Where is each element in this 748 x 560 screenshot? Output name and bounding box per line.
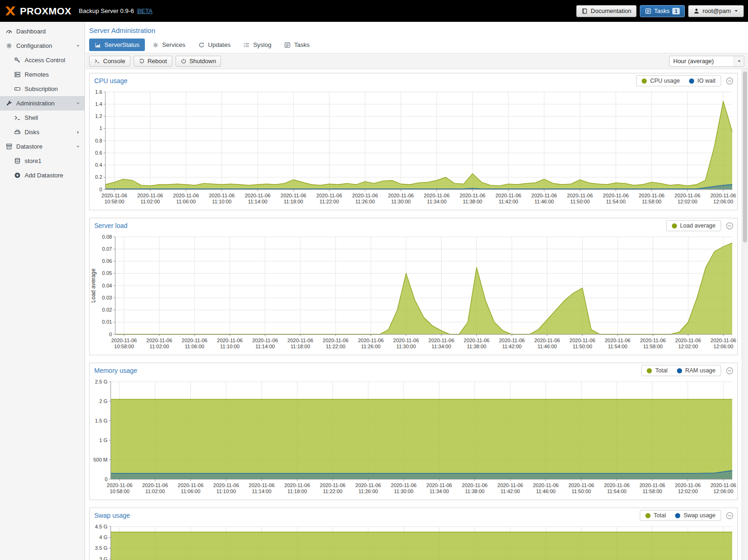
proxmox-backup-server-app: PROXMOX Backup Server 0.9-6 BETA Documen… — [0, 0, 748, 560]
svg-text:11:26:00: 11:26:00 — [355, 199, 375, 204]
sidebar-item-store1[interactable]: store1 — [0, 154, 85, 168]
legend-dot — [675, 513, 680, 518]
svg-text:4 G: 4 G — [99, 534, 108, 540]
console-button-label: Console — [103, 58, 125, 65]
timeframe-select[interactable]: Hour (average) — [669, 56, 744, 67]
reboot-button[interactable]: Reboot — [134, 56, 172, 67]
swap-usage-chart: 0500 M1 G1.5 G2 G2.5 G3 G3.5 G4 G4.5 G20… — [90, 523, 738, 560]
gears-icon — [152, 42, 159, 48]
sidebar-item-remotes[interactable]: Remotes — [0, 67, 85, 82]
svg-text:11:54:00: 11:54:00 — [607, 488, 626, 494]
legend-item-swap-usage[interactable]: Swap usage — [675, 512, 715, 519]
svg-text:2020-11-06: 2020-11-06 — [316, 193, 342, 198]
svg-text:2020-11-06: 2020-11-06 — [107, 482, 132, 488]
svg-text:3.5 G: 3.5 G — [95, 545, 108, 551]
legend-item-ram-usage[interactable]: RAM usage — [677, 367, 715, 374]
tab-tasks[interactable]: Tasks — [279, 39, 315, 51]
documentation-button-label: Documentation — [591, 7, 631, 14]
svg-text:2020-11-06: 2020-11-06 — [639, 482, 665, 488]
svg-text:0.6: 0.6 — [95, 150, 102, 156]
svg-text:2020-11-06: 2020-11-06 — [245, 193, 270, 198]
server-load-chart: 00.010.020.030.040.050.060.070.082020-11… — [90, 233, 738, 355]
svg-text:2020-11-06: 2020-11-06 — [173, 193, 199, 198]
svg-text:11:54:00: 11:54:00 — [606, 199, 625, 204]
svg-text:2020-11-06: 2020-11-06 — [111, 338, 137, 343]
charts-container: CPU usage CPU usage IO wait 00.20.40.60. — [85, 69, 741, 560]
sidebar-item-configuration[interactable]: Configuration — [0, 39, 85, 53]
svg-text:0.03: 0.03 — [102, 295, 112, 300]
svg-text:11:38:00: 11:38:00 — [467, 344, 486, 349]
svg-text:2020-11-06: 2020-11-06 — [178, 482, 203, 488]
sidebar-item-administration[interactable]: Administration — [0, 96, 85, 111]
svg-text:11:38:00: 11:38:00 — [465, 488, 484, 494]
legend-item-load-average[interactable]: Load average — [672, 222, 715, 229]
brand-name: PROXMOX — [20, 6, 72, 17]
collapse-panel-icon[interactable] — [726, 512, 734, 520]
shutdown-button[interactable]: Shutdown — [176, 56, 221, 67]
svg-text:11:50:00: 11:50:00 — [572, 488, 591, 494]
console-button[interactable]: Console — [89, 56, 130, 67]
sidebar-item-datastore[interactable]: Datastore — [0, 139, 85, 154]
svg-text:11:26:00: 11:26:00 — [361, 344, 381, 349]
beta-link[interactable]: BETA — [137, 7, 152, 14]
collapse-arrow-icon[interactable] — [75, 144, 81, 150]
plus-circle-icon — [14, 172, 21, 179]
collapse-panel-icon[interactable] — [726, 77, 734, 85]
tasks-button[interactable]: Tasks 1 — [640, 5, 685, 17]
legend-dot — [689, 78, 694, 84]
collapse-panel-icon[interactable] — [726, 222, 734, 230]
svg-text:2020-11-06: 2020-11-06 — [320, 482, 345, 488]
book-icon — [581, 8, 588, 14]
collapse-arrow-icon[interactable] — [75, 101, 81, 106]
tab-label: ServerStatus — [104, 41, 139, 48]
svg-text:11:42:00: 11:42:00 — [499, 199, 518, 204]
tab-services[interactable]: Services — [147, 39, 191, 51]
legend-dot — [672, 223, 677, 228]
vertical-scrollbar[interactable] — [741, 69, 748, 560]
sidebar-item-access-control[interactable]: Access Control — [0, 53, 85, 67]
svg-text:11:06:00: 11:06:00 — [181, 488, 201, 494]
refresh-icon — [198, 42, 205, 48]
sidebar-item-dashboard[interactable]: Dashboard — [0, 24, 85, 39]
svg-text:2020-11-06: 2020-11-06 — [249, 482, 274, 488]
sidebar-item-disks[interactable]: Disks — [0, 125, 85, 139]
legend-item-cpu-usage[interactable]: CPU usage — [642, 78, 680, 84]
legend-item-io-wait[interactable]: IO wait — [689, 78, 715, 84]
svg-text:0.2: 0.2 — [95, 174, 102, 180]
legend-label: IO wait — [697, 78, 715, 84]
svg-text:11:42:00: 11:42:00 — [502, 344, 521, 349]
svg-text:2020-11-06: 2020-11-06 — [426, 482, 452, 488]
collapse-arrow-icon[interactable] — [75, 43, 81, 49]
sidebar-item-shell[interactable]: Shell — [0, 111, 85, 125]
sidebar-item-add-datastore[interactable]: Add Datastore — [0, 168, 85, 182]
user-menu-button[interactable]: root@pam — [688, 5, 744, 17]
sidebar-item-label: Shell — [25, 114, 38, 121]
tab-syslog[interactable]: Syslog — [238, 39, 277, 51]
expand-arrow-icon[interactable] — [75, 130, 81, 135]
panel-header: CPU usage CPU usage IO wait — [90, 73, 737, 88]
sidebar-item-subscription[interactable]: Subscription — [0, 82, 85, 96]
legend-item-total[interactable]: Total — [647, 367, 667, 374]
documentation-button[interactable]: Documentation — [576, 5, 636, 17]
svg-text:11:34:00: 11:34:00 — [427, 199, 447, 204]
tab-label: Tasks — [294, 41, 309, 48]
collapse-panel-icon[interactable] — [726, 367, 734, 375]
svg-text:2020-11-06: 2020-11-06 — [570, 338, 595, 343]
svg-text:12:06:00: 12:06:00 — [713, 488, 733, 494]
legend-item-total[interactable]: Total — [645, 512, 666, 519]
reboot-button-label: Reboot — [148, 58, 167, 65]
sidebar-item-label: Access Control — [25, 57, 65, 64]
svg-text:11:58:00: 11:58:00 — [643, 488, 662, 494]
panel-header: Server load Load average — [90, 218, 737, 233]
select-trigger[interactable] — [734, 56, 744, 66]
svg-text:2020-11-06: 2020-11-06 — [393, 338, 419, 343]
svg-text:1.6: 1.6 — [95, 89, 102, 95]
svg-text:2020-11-06: 2020-11-06 — [252, 338, 278, 343]
disk-icon — [14, 129, 21, 136]
svg-text:2020-11-06: 2020-11-06 — [462, 482, 488, 488]
svg-text:11:46:00: 11:46:00 — [536, 488, 555, 494]
tab-serverstatus[interactable]: ServerStatus — [89, 39, 145, 51]
tab-updates[interactable]: Updates — [193, 39, 236, 51]
sidebar-item-label: Disks — [25, 129, 39, 136]
scrollbar-thumb[interactable] — [743, 72, 747, 242]
